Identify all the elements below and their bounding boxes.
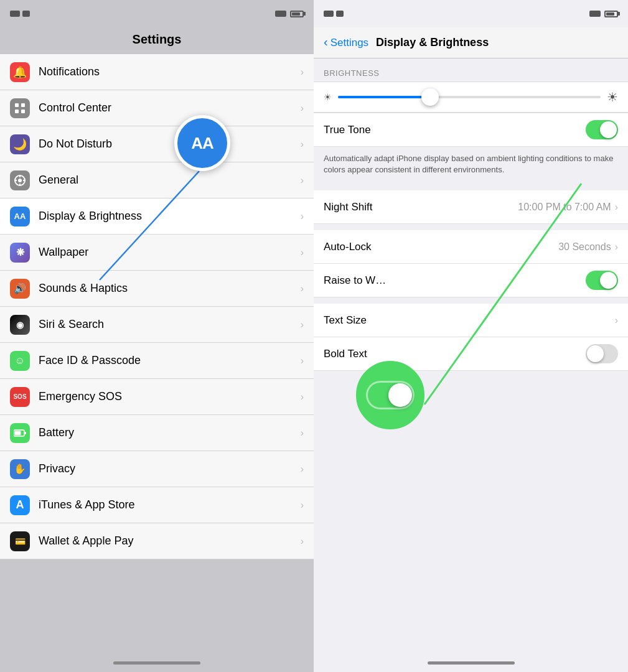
display-brightness-chevron: › (301, 211, 304, 222)
siri-chevron: › (301, 319, 304, 330)
svg-rect-3 (21, 110, 25, 113)
svg-point-5 (18, 179, 22, 182)
bold-text-toggle[interactable] (586, 344, 618, 363)
display-icon: AA (10, 207, 30, 226)
brightness-row: ☀ ☀ (324, 90, 618, 105)
face-id-icon: ☺ (10, 351, 30, 371)
raise-to-wake-knob (600, 272, 617, 289)
itunes-chevron: › (301, 500, 304, 511)
right-signal-strength-icon (589, 11, 601, 17)
sidebar-item-do-not-disturb[interactable]: 🌙 Do Not Disturb › (0, 126, 314, 162)
sidebar-item-itunes-app-store[interactable]: A iTunes & App Store › (0, 487, 314, 523)
sidebar-item-face-id[interactable]: ☺ Face ID & Passcode › (0, 343, 314, 379)
left-status-right (275, 11, 304, 17)
brightness-section: ☀ ☀ (314, 82, 628, 113)
right-signal-icon (324, 11, 334, 17)
battery-icon (10, 423, 30, 443)
true-tone-toggle[interactable] (586, 120, 618, 139)
sidebar-item-control-center[interactable]: Control Center › (0, 90, 314, 126)
siri-icon: ◉ (10, 315, 30, 335)
auto-lock-value: 30 Seconds (558, 241, 611, 253)
night-shift-chevron: › (615, 202, 618, 213)
svg-rect-1 (21, 103, 25, 107)
wallpaper-chevron: › (301, 247, 304, 258)
left-home-indicator (0, 653, 314, 672)
text-size-row[interactable]: Text Size › (314, 304, 628, 337)
right-home-indicator (314, 653, 628, 672)
do-not-disturb-icon: 🌙 (10, 134, 30, 154)
sidebar-item-sounds-haptics[interactable]: 🔊 Sounds & Haptics › (0, 271, 314, 307)
left-panel: Settings 🔔 Notifications › Control Cente… (0, 0, 314, 672)
svg-rect-2 (15, 110, 19, 113)
sounds-icon: 🔊 (10, 279, 30, 299)
auto-lock-label: Auto-Lock (324, 241, 558, 253)
wifi-icon (22, 11, 30, 17)
privacy-icon: ✋ (10, 459, 30, 479)
text-size-chevron: › (615, 315, 618, 326)
text-size-label: Text Size (324, 314, 615, 327)
bold-text-label: Bold Text (324, 348, 586, 360)
back-button[interactable]: ‹ Settings (324, 36, 368, 49)
emergency-chevron: › (301, 391, 304, 403)
true-tone-row: True Tone (314, 113, 628, 147)
settings-list: 🔔 Notifications › Control Center › 🌙 Do … (0, 54, 314, 653)
right-battery-status-icon (604, 11, 618, 17)
sidebar-item-emergency-sos[interactable]: SOS Emergency SOS › (0, 379, 314, 415)
night-shift-value: 10:00 PM to 7:00 AM (518, 202, 611, 213)
notifications-chevron: › (301, 67, 304, 78)
left-home-bar (113, 661, 200, 665)
control-center-icon (10, 98, 30, 118)
siri-label: Siri & Search (39, 318, 296, 331)
svg-rect-6 (19, 175, 21, 177)
right-wifi-icon (336, 11, 344, 17)
bold-text-row: Bold Text (314, 337, 628, 371)
back-chevron-icon: ‹ (324, 35, 328, 49)
annotation-aa-text: AA (191, 134, 213, 153)
auto-lock-row[interactable]: Auto-Lock 30 Seconds › (314, 230, 628, 264)
display-brightness-label: Display & Brightness (39, 210, 296, 223)
svg-rect-8 (14, 180, 17, 181)
sidebar-item-siri-search[interactable]: ◉ Siri & Search › (0, 307, 314, 343)
general-icon (10, 170, 30, 190)
sidebar-item-wallpaper[interactable]: ❋ Wallpaper › (0, 235, 314, 271)
itunes-icon: A (10, 495, 30, 515)
sidebar-item-display-brightness[interactable]: AA Display & Brightness › (0, 198, 314, 235)
notifications-icon: 🔔 (10, 62, 30, 82)
night-shift-row[interactable]: Night Shift 10:00 PM to 7:00 AM › (314, 190, 628, 224)
sidebar-item-general[interactable]: General › (0, 162, 314, 198)
left-status-left (10, 11, 30, 17)
sidebar-item-battery[interactable]: Battery › (0, 415, 314, 451)
sidebar-item-privacy[interactable]: ✋ Privacy › (0, 451, 314, 487)
signal-icon (10, 11, 20, 17)
section-spacer-1 (314, 184, 628, 190)
wallpaper-icon: ❋ (10, 243, 30, 263)
back-label: Settings (330, 37, 368, 49)
notifications-label: Notifications (39, 65, 296, 78)
right-status-left (324, 11, 344, 17)
svg-rect-12 (24, 432, 26, 434)
signal-strength-icon (275, 11, 286, 17)
brightness-low-icon: ☀ (324, 92, 332, 102)
brightness-section-header: BRIGHTNESS (314, 58, 628, 82)
brightness-slider-thumb (421, 88, 439, 106)
raise-to-wake-label: Raise to W… (324, 274, 586, 287)
svg-rect-11 (15, 431, 21, 435)
wallpaper-label: Wallpaper (39, 246, 296, 259)
raise-to-wake-toggle[interactable] (586, 271, 618, 290)
sounds-chevron: › (301, 283, 304, 294)
green-inner-knob (388, 383, 412, 407)
true-tone-label: True Tone (324, 124, 586, 136)
wallet-icon: 💳 (10, 531, 30, 551)
right-status-bar (314, 0, 628, 27)
brightness-high-icon: ☀ (607, 90, 618, 105)
section-spacer-2 (314, 224, 628, 230)
svg-rect-0 (15, 103, 19, 107)
right-status-right (589, 11, 618, 17)
battery-status-icon (290, 11, 304, 17)
wallet-label: Wallet & Apple Pay (39, 534, 296, 548)
left-status-bar (0, 0, 314, 27)
sidebar-item-wallet-apple-pay[interactable]: 💳 Wallet & Apple Pay › (0, 523, 314, 559)
right-panel: ‹ Settings Display & Brightness BRIGHTNE… (314, 0, 628, 672)
brightness-slider-track[interactable] (338, 96, 601, 98)
sidebar-item-notifications[interactable]: 🔔 Notifications › (0, 54, 314, 90)
